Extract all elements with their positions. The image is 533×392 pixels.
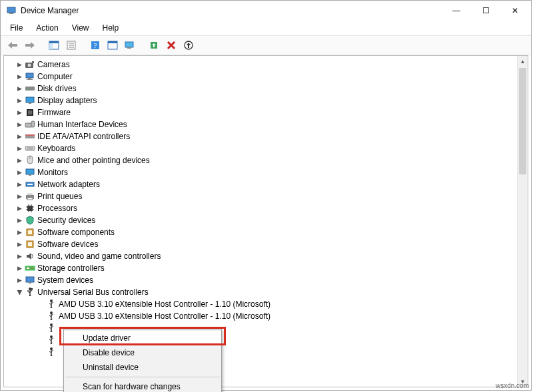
svg-rect-25 <box>26 97 34 102</box>
tree-item[interactable]: ▶Keyboards <box>5 142 516 154</box>
tree-item[interactable]: ▶System devices <box>5 274 516 286</box>
scroll-thumb[interactable] <box>519 68 526 174</box>
svg-rect-60 <box>26 277 34 282</box>
tree-item[interactable]: ▶Display adapters <box>5 95 516 106</box>
menu-file[interactable]: File <box>5 22 28 34</box>
tree-item[interactable]: ▶Network adapters <box>5 178 516 190</box>
minimize-button[interactable]: — <box>442 1 471 21</box>
svg-rect-3 <box>49 41 59 43</box>
tree-item[interactable]: ▶Print queues <box>5 190 516 202</box>
svg-rect-44 <box>27 198 33 200</box>
svg-point-18 <box>28 64 31 67</box>
network-icon <box>24 179 36 190</box>
svg-rect-0 <box>7 7 15 13</box>
svg-rect-57 <box>28 242 32 246</box>
tree-item-label: Sound, video and game controllers <box>37 252 161 261</box>
disable-driver-button[interactable] <box>181 38 197 53</box>
svg-rect-12 <box>108 41 117 43</box>
menu-view[interactable]: View <box>67 22 95 34</box>
menu-action[interactable]: Action <box>31 22 63 34</box>
uninstall-button[interactable] <box>163 38 179 53</box>
svg-rect-61 <box>29 282 31 284</box>
tree-item[interactable]: ▶Storage controllers <box>5 262 516 274</box>
menu-help[interactable]: Help <box>97 22 125 34</box>
svg-rect-59 <box>27 268 29 269</box>
svg-rect-21 <box>28 78 31 79</box>
tree-item-label: Print queues <box>37 192 82 201</box>
tree-item[interactable]: ▶Cameras <box>5 59 516 71</box>
tree-item[interactable]: ▶IDE ATA/ATAPI controllers <box>5 130 516 142</box>
svg-rect-32 <box>25 134 35 136</box>
tree-item-label: AMD USB 3.10 eXtensible Host Controller … <box>59 299 270 309</box>
svg-rect-43 <box>27 193 33 195</box>
tree-item[interactable]: ▶Monitors <box>5 166 516 178</box>
tree-item[interactable]: ▶Sound, video and game controllers <box>5 250 516 262</box>
usb-plug-icon <box>45 323 57 333</box>
tree-item[interactable]: ▶Software devices <box>5 238 516 250</box>
tree-item-label: Network adapters <box>37 180 100 189</box>
tree-item[interactable]: ▶Processors <box>5 202 516 214</box>
tree-item-label: Monitors <box>37 168 68 177</box>
scroll-track[interactable] <box>518 67 528 376</box>
usb-plug-icon <box>45 311 57 321</box>
tree-item-label: Firmware <box>37 108 71 117</box>
ctx-update-driver[interactable]: Update driver <box>64 331 221 345</box>
vertical-scrollbar[interactable]: ▲ ▼ <box>517 56 528 387</box>
chevron-right-icon: ▶ <box>15 144 24 153</box>
back-icon <box>7 41 18 49</box>
maximize-button[interactable]: ☐ <box>471 1 500 21</box>
properties-button[interactable] <box>63 38 79 53</box>
tree-item-label: Display adapters <box>37 96 97 105</box>
tree-item-label: Storage controllers <box>37 264 105 273</box>
tree-item[interactable]: ▶Software components <box>5 226 516 238</box>
svg-rect-28 <box>28 110 32 114</box>
ctx-scan-hardware[interactable]: Scan for hardware changes <box>64 379 221 392</box>
close-button[interactable]: ✕ <box>500 1 530 21</box>
tree-item[interactable]: ▶Security devices <box>5 214 516 226</box>
scan-hardware-button[interactable] <box>122 38 138 53</box>
panel-icon <box>49 41 59 50</box>
show-hide-tree-button[interactable] <box>46 38 62 53</box>
svg-marker-71 <box>50 319 53 320</box>
ctx-disable-device[interactable]: Disable device <box>64 345 221 360</box>
forward-button[interactable] <box>22 38 38 53</box>
display-icon <box>24 95 36 106</box>
tree-item-label: System devices <box>37 276 93 285</box>
tree-item[interactable]: ▶Human Interface Devices <box>5 118 516 130</box>
forward-icon <box>25 41 35 49</box>
chevron-right-icon: ▶ <box>15 96 24 105</box>
svg-rect-45 <box>27 206 33 211</box>
tree-item[interactable]: ▶Firmware <box>5 106 516 118</box>
svg-rect-4 <box>49 43 53 49</box>
ctx-uninstall-device[interactable]: Uninstall device <box>64 360 221 375</box>
chevron-right-icon: ▶ <box>15 228 24 237</box>
tree-subitem[interactable]: ▶AMD USB 3.10 eXtensible Host Controller… <box>5 310 516 322</box>
help-button[interactable]: ? <box>87 38 103 53</box>
titlebar[interactable]: Device Manager — ☐ ✕ <box>1 1 531 21</box>
tree-item-label: Universal Serial Bus controllers <box>37 288 149 297</box>
usb-icon <box>24 287 36 297</box>
chevron-right-icon: ▶ <box>15 168 24 177</box>
ctx-separator <box>65 377 220 377</box>
svg-point-24 <box>27 88 28 89</box>
tree-item-label: Human Interface Devices <box>37 120 127 129</box>
update-driver-icon <box>149 41 159 50</box>
watermark: wsxdn.com <box>496 382 529 389</box>
tree-item[interactable]: ▶Mice and other pointing devices <box>5 154 516 166</box>
update-driver-button[interactable] <box>146 38 162 53</box>
monitor-icon <box>24 167 36 178</box>
svg-marker-77 <box>50 343 53 344</box>
toolbar-button-5[interactable] <box>105 38 121 53</box>
tree-item[interactable]: ▶Disk drives <box>5 83 516 95</box>
camera-icon <box>24 59 36 70</box>
computer-icon <box>24 71 36 82</box>
tree-item-label: Security devices <box>37 216 95 225</box>
disable-icon <box>184 41 193 50</box>
svg-rect-64 <box>31 288 33 290</box>
tree-item-usb[interactable]: ⯆Universal Serial Bus controllers <box>5 286 516 298</box>
monitor-scan-icon <box>125 41 135 50</box>
tree-item[interactable]: ▶Computer <box>5 71 516 83</box>
back-button[interactable] <box>5 38 21 53</box>
tree-subitem[interactable]: ▶AMD USB 3.10 eXtensible Host Controller… <box>5 298 516 310</box>
scroll-up-icon[interactable]: ▲ <box>518 56 528 67</box>
